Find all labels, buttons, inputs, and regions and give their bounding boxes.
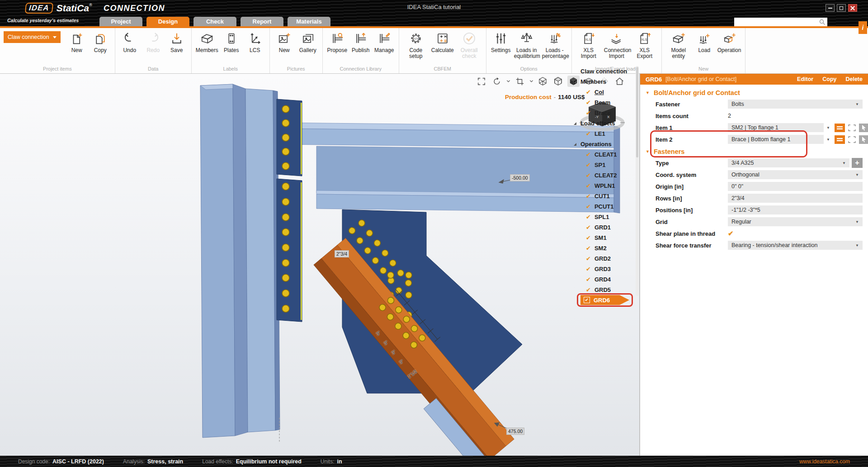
manage-button[interactable]: Manage — [374, 29, 395, 53]
check-icon[interactable]: ✔ — [586, 110, 591, 116]
add-bolt-type-button[interactable]: + — [852, 158, 863, 168]
chevron-down-icon[interactable] — [529, 76, 533, 87]
model-entity-button[interactable]: Model entity — [666, 29, 691, 59]
check-icon[interactable]: ✔ — [586, 235, 591, 241]
cursor-pick-button[interactable] — [859, 135, 868, 144]
shear-transfer-select[interactable]: Bearing - tension/shear interaction▼ — [728, 241, 863, 250]
overall-check-button[interactable]: Overall check — [457, 29, 482, 59]
copy-operation-button[interactable]: Copy — [822, 76, 836, 82]
tree-scrollbar[interactable] — [636, 66, 639, 296]
tree-item-cleat2[interactable]: ✔CLEAT2 — [571, 170, 635, 181]
selected-operation-grd6[interactable]: ✔ GRD6 — [580, 295, 629, 305]
tab-project[interactable]: Project — [99, 17, 142, 26]
check-icon[interactable]: ✔ — [586, 152, 591, 157]
connection-selector[interactable]: Claw connection — [4, 31, 61, 43]
plate-pick-button[interactable] — [835, 124, 845, 132]
settings-button[interactable]: Settings — [491, 29, 511, 53]
restore-button[interactable] — [837, 4, 846, 12]
lcs-labels-button[interactable]: LCS — [245, 29, 265, 53]
items-count-value[interactable]: 2 — [728, 113, 731, 119]
wireframe-view-button[interactable] — [537, 76, 549, 87]
check-icon[interactable]: ✔ — [586, 100, 591, 105]
bolt-type-select[interactable]: 3/4 A325▼ — [728, 158, 849, 167]
loads-percentage-button[interactable]: Loads - percentage — [542, 29, 567, 59]
undo-button[interactable]: Undo — [119, 29, 140, 53]
rotate-view-button[interactable] — [491, 76, 503, 87]
tab-report[interactable]: Report — [241, 17, 283, 26]
check-icon[interactable]: ✔ — [586, 172, 591, 178]
tree-item-grd1[interactable]: ✔GRD1 — [571, 222, 635, 233]
model-viewport[interactable]: Production cost-1140 US$ -Y X -500.00 2"… — [0, 74, 639, 456]
new-project-item-button[interactable]: New — [66, 29, 87, 53]
coord-system-select[interactable]: Orthogonal▼ — [728, 170, 863, 179]
tree-item-grd4[interactable]: ✔GRD4 — [571, 274, 635, 285]
tree-item-sm2[interactable]: ✔SM2 — [571, 243, 635, 253]
propose-button[interactable]: Propose — [327, 29, 348, 53]
save-button[interactable]: Save — [166, 29, 187, 53]
item1-select[interactable]: SM2 | Top flange 1 — [728, 123, 824, 132]
tree-item-cut1[interactable]: ✔CUT1 — [571, 191, 635, 201]
grid-select[interactable]: Regular▼ — [728, 217, 863, 226]
tree-item-wpln1[interactable]: ✔WPLN1 — [571, 181, 635, 191]
website-link[interactable]: www.ideastatica.com — [799, 458, 850, 465]
check-icon[interactable]: ✔ — [586, 224, 591, 230]
check-icon[interactable]: ✔ — [586, 193, 591, 199]
chevron-down-icon[interactable]: ▼ — [824, 126, 833, 130]
rows-input[interactable]: 2"3/4 — [728, 194, 863, 203]
loads-in-equilibrium-button[interactable]: Loads in equilibrium — [514, 29, 539, 59]
plates-labels-button[interactable]: Plates — [221, 29, 242, 53]
collapse-icon[interactable]: ▼ — [646, 91, 650, 95]
check-icon[interactable]: ✔ — [586, 256, 591, 262]
check-icon[interactable]: ✔ — [586, 214, 591, 220]
tree-section-members[interactable]: Members — [571, 76, 635, 87]
tree-item-grd2[interactable]: ✔GRD2 — [571, 253, 635, 264]
tree-item-grd3[interactable]: ✔GRD3 — [571, 264, 635, 274]
editor-button[interactable]: Editor — [797, 76, 813, 82]
item2-select[interactable]: Brace | Bottom flange 1 — [728, 135, 824, 144]
tab-materials[interactable]: Materials — [288, 17, 330, 26]
tree-item-pcut1[interactable]: ✔PCUT1 — [571, 201, 635, 212]
origin-input[interactable]: 0" 0" — [728, 182, 863, 191]
fastener-select[interactable]: Bolts▼ — [728, 100, 863, 109]
cursor-pick-button[interactable] — [859, 124, 868, 132]
chevron-down-icon[interactable] — [506, 76, 510, 87]
tree-item-col[interactable]: ✔Col — [571, 87, 635, 97]
tab-check[interactable]: Check — [193, 17, 236, 26]
tree-item-grd6-selected[interactable]: ✔ GRD6 — [571, 295, 635, 305]
xls-import-button[interactable]: XLS XLS Import — [576, 29, 601, 59]
tree-item-sp1[interactable]: ✔SP1 — [571, 160, 635, 170]
tree-item-le1[interactable]: ✔LE1 — [571, 129, 635, 139]
copy-project-item-button[interactable]: Copy — [90, 29, 111, 53]
new-picture-button[interactable]: New — [274, 29, 295, 53]
tree-section-operations[interactable]: Operations — [571, 139, 635, 149]
section-crop-button[interactable] — [514, 76, 526, 87]
positions-input[interactable]: -1"1/2 -3"*5 — [728, 205, 863, 214]
fit-view-button[interactable] — [475, 76, 487, 87]
check-icon[interactable]: ✔ — [586, 204, 591, 210]
tree-section-load-effects[interactable]: Load effects — [571, 118, 635, 129]
shear-plane-checkbox[interactable]: ✔ — [728, 229, 734, 238]
check-icon[interactable]: ✔ — [586, 287, 591, 293]
check-icon[interactable]: ✔ — [586, 89, 591, 95]
check-icon[interactable]: ✔ — [586, 276, 591, 282]
close-button[interactable] — [848, 4, 857, 12]
search-box[interactable] — [734, 18, 827, 26]
tree-item-brace[interactable]: ✔Brace — [571, 108, 635, 118]
xls-export-button[interactable]: XLS XLS Export — [632, 29, 657, 59]
calculate-button[interactable]: Calculate — [431, 29, 454, 53]
redo-button[interactable]: Redo — [143, 29, 164, 53]
tree-item-beam[interactable]: ✔Beam — [571, 97, 635, 108]
check-icon[interactable]: ✔ — [586, 183, 591, 189]
new-load-button[interactable]: Load — [694, 29, 715, 53]
new-operation-button[interactable]: Operation — [717, 29, 741, 53]
plate-pick-button[interactable] — [835, 135, 845, 144]
check-icon[interactable]: ✔ — [586, 245, 591, 251]
scrollbar-thumb[interactable] — [636, 67, 638, 157]
check-icon[interactable]: ✔ — [586, 162, 591, 168]
gallery-button[interactable]: Gallery — [297, 29, 318, 53]
tree-item-spl1[interactable]: ✔SPL1 — [571, 212, 635, 222]
shaded-view-button[interactable] — [552, 76, 564, 87]
select-region-button[interactable] — [847, 135, 857, 144]
check-icon[interactable]: ✔ — [584, 297, 590, 303]
tab-design[interactable]: Design — [146, 17, 189, 26]
